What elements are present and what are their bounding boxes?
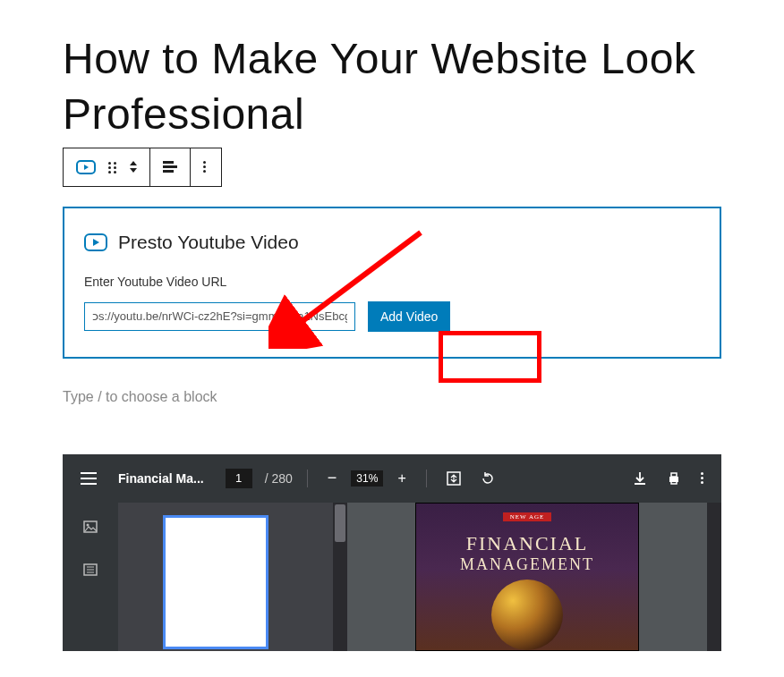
youtube-url-input[interactable] — [84, 302, 355, 331]
download-button[interactable] — [627, 466, 652, 491]
separator — [307, 470, 308, 487]
print-icon — [667, 471, 681, 486]
fit-page-button[interactable] — [441, 466, 466, 491]
book-cover: NEW AGE FINANCIAL MANAGEMENT — [415, 503, 639, 651]
page-thumbnail[interactable] — [163, 515, 268, 649]
zoom-percent: 31% — [351, 470, 383, 487]
drag-handle[interactable] — [101, 156, 124, 179]
cover-title-1: FINANCIAL — [466, 532, 589, 555]
download-icon — [633, 471, 647, 486]
cover-title-2: MANAGEMENT — [460, 555, 594, 574]
cover-badge: NEW AGE — [503, 512, 552, 521]
more-icon — [203, 161, 206, 173]
more-options-button[interactable] — [198, 156, 211, 178]
video-icon — [76, 160, 96, 174]
menu-button[interactable] — [75, 467, 102, 490]
fit-icon — [447, 471, 461, 486]
print-button[interactable] — [661, 466, 686, 491]
zoom-in-button[interactable]: + — [392, 465, 411, 492]
block-type-button[interactable] — [71, 155, 101, 180]
page-scrollbar[interactable] — [707, 503, 721, 651]
align-icon — [163, 161, 177, 173]
thumbs-scrollbar[interactable] — [333, 503, 347, 651]
rotate-button[interactable] — [475, 466, 500, 491]
outline-icon — [83, 563, 98, 576]
more-icon — [701, 472, 703, 484]
thumbnails-tab[interactable] — [78, 515, 103, 538]
pdf-more-button[interactable] — [695, 467, 709, 489]
pdf-filename: Financial Ma... — [118, 471, 204, 486]
pdf-page-area[interactable]: NEW AGE FINANCIAL MANAGEMENT — [347, 503, 707, 651]
add-video-button[interactable]: Add Video — [368, 301, 450, 332]
align-button[interactable] — [158, 156, 183, 178]
page-title: How to Make Your Website Look Profession… — [63, 31, 721, 143]
presto-video-icon — [84, 233, 107, 251]
move-buttons[interactable] — [124, 156, 142, 178]
presto-youtube-block: Presto Youtube Video Enter Youtube Video… — [63, 207, 721, 359]
chevron-updown-icon — [130, 161, 137, 173]
outline-tab[interactable] — [78, 558, 103, 581]
svg-rect-2 — [671, 473, 677, 477]
presto-block-title: Presto Youtube Video — [118, 232, 299, 253]
hamburger-icon — [81, 472, 97, 485]
svg-point-5 — [87, 523, 89, 526]
cover-globe-image — [491, 580, 563, 650]
url-input-label: Enter Youtube Video URL — [84, 275, 700, 289]
image-icon — [83, 520, 98, 533]
slash-placeholder[interactable]: Type / to choose a block — [63, 389, 721, 405]
pdf-toolbar: Financial Ma... / 280 − 31% + — [63, 454, 721, 503]
page-total: / 280 — [265, 471, 293, 486]
thumbnail-panel — [118, 503, 333, 651]
rotate-icon — [481, 471, 495, 486]
zoom-out-button[interactable]: − — [322, 463, 343, 493]
pdf-viewer: Financial Ma... / 280 − 31% + — [63, 454, 721, 651]
block-toolbar — [63, 148, 222, 187]
separator — [426, 470, 427, 487]
drag-icon — [107, 161, 119, 173]
page-number-input[interactable] — [226, 469, 252, 488]
pdf-sidebar — [63, 503, 118, 651]
